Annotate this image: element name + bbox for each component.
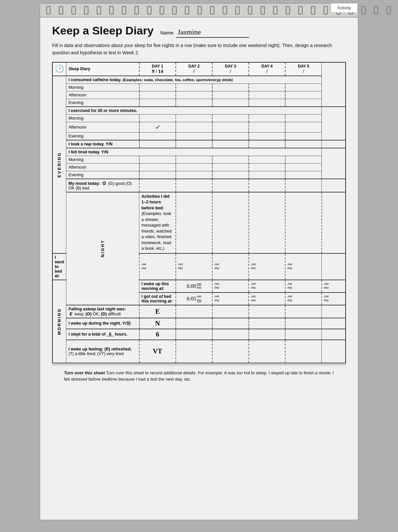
tired-header-row: I felt tired today. Y/N — [52, 148, 346, 156]
tired-morning-row: Morning — [52, 156, 346, 163]
caffeine-header-text: I consumed caffeine today. — [68, 78, 121, 82]
caffeine-examples: (Examples: soda, chocolate, tea, coffee,… — [123, 78, 233, 82]
day1-label: DAY 1 — [142, 64, 173, 69]
falling-asleep-row: Falling asleep last night was: E easy; (… — [52, 305, 346, 318]
woke-feeling-row: I woke up feeling: (R) refreshed; (T) a … — [52, 340, 346, 363]
activities-day1 — [176, 192, 212, 253]
woke-night-day3 — [212, 318, 249, 329]
content: Keep a Sleep Diary Name Jasmine Fill in … — [40, 18, 358, 394]
ring — [210, 6, 215, 15]
woke-feeling-day5 — [285, 340, 322, 363]
tired-afternoon-row: Afternoon — [52, 163, 346, 171]
activities-day3 — [249, 192, 285, 253]
day4-header: DAY 4 / — [249, 62, 285, 76]
checkmark-exercise-afternoon: ✓ — [155, 124, 160, 131]
gotup-day1: 6:05 AMPM — [176, 293, 212, 305]
subtitle: Fill in data and observations about your… — [52, 42, 346, 57]
morning-section-label: MORNING — [52, 280, 66, 363]
ring — [147, 6, 152, 15]
gotup-day2: AMPM — [212, 293, 249, 305]
wakeup-day5-ampm: AMPM — [324, 282, 343, 290]
gotup-day3-ampm: AMPM — [251, 295, 283, 302]
bedtime-day3: AMPM — [212, 253, 249, 280]
tired-afternoon-day4 — [249, 163, 285, 171]
evening-section-label: EVENING — [52, 76, 66, 253]
woke-feeling-day4 — [249, 340, 285, 363]
exercise-evening-day3 — [212, 132, 249, 140]
wakeup-day3: AMPM — [249, 280, 285, 293]
falling-asleep-header: Falling asleep last night was: — [68, 307, 137, 311]
falling-asleep-day4 — [249, 305, 285, 318]
exercise-evening-day1 — [139, 132, 176, 140]
exercise-afternoon-day3 — [212, 122, 249, 132]
ring — [248, 6, 252, 15]
night-section-label: NIGHT — [66, 192, 139, 305]
nap-day5 — [285, 140, 322, 148]
exercise-morning-day1 — [139, 114, 176, 122]
woke-feeling-day1-value: VT — [153, 347, 162, 355]
tired-morning-label: Morning — [66, 156, 139, 163]
wakeup-day1-ampm: AMPM — [197, 282, 201, 290]
exercise-morning-day5 — [285, 114, 322, 122]
nap-day4 — [249, 140, 285, 148]
caffeine-header-row: EVENING I consumed caffeine today. (Exam… — [52, 76, 346, 84]
ring — [361, 6, 366, 15]
tired-morning-day3 — [212, 156, 249, 163]
ring — [197, 6, 202, 15]
tired-evening-row: Evening — [52, 171, 346, 179]
exercise-header-row: I exercised for 20 or more minutes. — [52, 107, 346, 115]
bedtime-day1: AMPM — [139, 253, 176, 280]
caffeine-evening-label: Evening — [66, 99, 139, 107]
caffeine-evening-day3 — [212, 99, 249, 107]
tired-afternoon-day3 — [212, 163, 249, 171]
ring — [235, 6, 240, 15]
day5-date: / — [288, 69, 320, 74]
ring — [323, 6, 328, 15]
caffeine-afternoon-day1 — [139, 91, 176, 99]
clock-header: 🕐 — [52, 62, 66, 76]
wakeup-day3-ampm: AMPM — [251, 282, 283, 290]
day2-header: DAY 2 / — [176, 62, 212, 76]
ring — [374, 6, 378, 15]
mood-day4 — [249, 179, 285, 192]
wakeup-day1-time: 6:00 — [187, 283, 196, 289]
tired-morning-day4 — [249, 156, 285, 163]
falling-asleep-options: E easy; (O) OK; (D) difficult — [68, 311, 137, 316]
exercise-afternoon-day4 — [249, 122, 285, 132]
gotup-day1-time: 6:05 — [187, 296, 196, 302]
title-row: Keep a Sleep Diary Name Jasmine — [52, 24, 346, 38]
mood-day1 — [139, 179, 176, 192]
ring — [109, 6, 114, 15]
mood-day2 — [176, 179, 212, 192]
gotup-day2-ampm: AMPM — [215, 295, 246, 302]
gotup-day5-ampm: AMPM — [324, 295, 343, 302]
slept-total-row: I slept for a total of 6 hours. 6 — [52, 329, 346, 340]
caffeine-header-cell: I consumed caffeine today. (Examples: so… — [66, 76, 322, 84]
falling-asleep-day1: E — [139, 305, 176, 318]
day3-date: / — [215, 69, 246, 74]
ring — [134, 6, 139, 15]
ring — [386, 6, 391, 15]
caffeine-morning-day5 — [285, 83, 322, 91]
bedtime-day5-ampm: AMPM — [288, 263, 320, 270]
activities-day4 — [285, 192, 322, 253]
activities-examples: (Examples: took a shower, messaged with … — [141, 211, 173, 252]
clock-icon: 🕐 — [55, 65, 64, 73]
caffeine-afternoon-day4 — [249, 91, 285, 99]
wakeup-day4-ampm: AMPM — [288, 282, 319, 290]
falling-asleep-day5 — [285, 305, 322, 318]
gotup-day4: AMPM — [285, 293, 322, 305]
activities-row: NIGHT Activities I did 1–2 hours before … — [52, 192, 346, 253]
falling-asleep-day1-value: E — [155, 308, 160, 315]
tired-evening-day4 — [249, 171, 285, 179]
mood-label: My mood today: — [68, 181, 100, 186]
falling-asleep-cell: Falling asleep last night was: E easy; (… — [66, 305, 139, 318]
tired-evening-day1 — [139, 171, 176, 179]
ring — [97, 6, 101, 15]
exercise-evening-row: Evening — [52, 132, 346, 140]
caffeine-afternoon-label: Afternoon — [66, 91, 139, 99]
day4-date: / — [251, 69, 283, 74]
mood-day5 — [285, 179, 322, 192]
caffeine-afternoon-day3 — [212, 91, 249, 99]
caffeine-morning-day3 — [212, 83, 249, 91]
